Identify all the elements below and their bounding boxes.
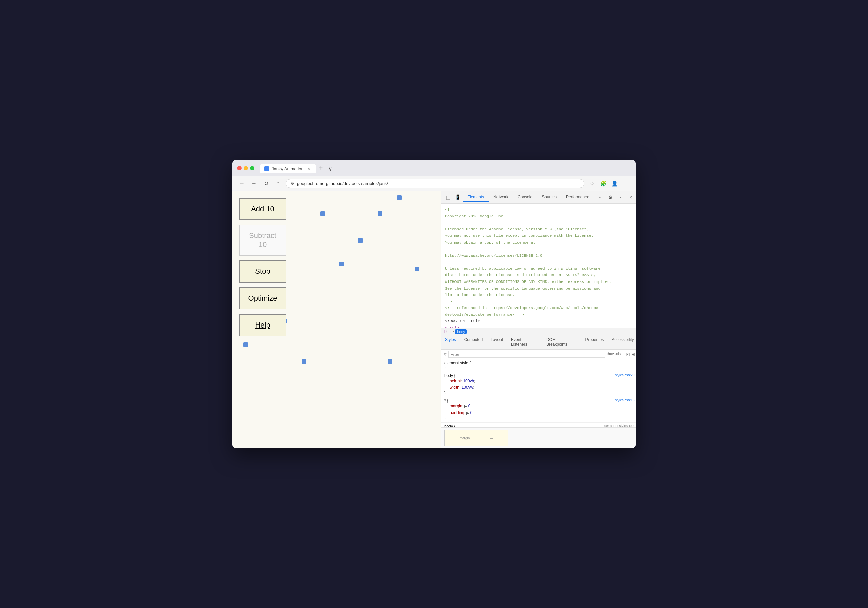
- forward-button[interactable]: →: [249, 179, 259, 188]
- html-open-tag[interactable]: <html>: [445, 324, 634, 328]
- html-ref-comment: <!-- referenced in: https://developers.g…: [445, 305, 634, 318]
- bookmark-button[interactable]: ☆: [587, 179, 597, 188]
- breadcrumb-html[interactable]: html: [445, 329, 451, 334]
- html-license6: WITHOUT WARRANTIES OR CONDITIONS OF ANY …: [445, 278, 634, 285]
- devtools-tab-elements[interactable]: Elements: [463, 192, 489, 202]
- html-license3: You may obtain a copy of the License at: [445, 239, 634, 246]
- devtools-close-button[interactable]: ×: [626, 193, 635, 202]
- optimize-button[interactable]: Optimize: [239, 287, 286, 309]
- html-source: <!-- Copyright 2016 Google Inc. Licensed…: [441, 203, 636, 328]
- html-comment-start: <!--: [445, 206, 634, 213]
- html-comment-end: -->: [445, 298, 634, 305]
- css-close-star: }: [445, 416, 634, 421]
- filter-icon: ▽: [444, 352, 446, 357]
- devtools-inspect-icon[interactable]: ⬚: [444, 193, 453, 202]
- blue-dot-3: [378, 211, 382, 216]
- css-rule-body-2: body { user agent stylesheet display: bl…: [441, 423, 636, 427]
- css-origin-star[interactable]: styles.css:15: [615, 399, 634, 402]
- css-prop-margin: margin: ▶ 0;: [445, 403, 634, 409]
- add-10-button[interactable]: Add 10: [239, 198, 286, 220]
- tab-title: Janky Animation: [272, 166, 304, 171]
- blue-dot-4: [358, 238, 363, 243]
- profile-button[interactable]: 👤: [610, 179, 619, 188]
- css-close-element-style: }: [445, 366, 634, 370]
- devtools-tabs: Elements Network Console Sources Perform…: [463, 192, 606, 202]
- blue-dot-6: [414, 267, 419, 271]
- filter-actions: :hov .cls + ⊡ ⊞: [607, 352, 635, 357]
- traffic-lights: [237, 166, 254, 170]
- browser-tab[interactable]: Janky Animation ×: [260, 164, 316, 173]
- breadcrumb-body[interactable]: body: [455, 329, 467, 334]
- devtools-tab-console[interactable]: Console: [513, 192, 537, 202]
- css-prop-height: height: 100vh;: [445, 378, 634, 384]
- devtools-options-button[interactable]: ⋮: [616, 193, 625, 202]
- extensions-button[interactable]: 🧩: [598, 179, 608, 188]
- styles-tab-properties[interactable]: Properties: [581, 335, 608, 349]
- maximize-traffic-light[interactable]: [250, 166, 254, 170]
- stop-button[interactable]: Stop: [239, 261, 286, 282]
- css-close-body-1: }: [445, 391, 634, 396]
- filter-cls[interactable]: .cls: [615, 352, 621, 357]
- title-bar: Janky Animation × + ∨: [232, 160, 636, 176]
- close-traffic-light[interactable]: [237, 166, 242, 170]
- styles-tab-computed[interactable]: Computed: [460, 335, 487, 349]
- devtools-tab-performance[interactable]: Performance: [561, 192, 594, 202]
- help-button[interactable]: Help: [239, 314, 286, 336]
- html-blank1: [445, 219, 634, 226]
- styles-tab-layout[interactable]: Layout: [487, 335, 507, 349]
- styles-tab-event-listeners[interactable]: Event Listeners: [507, 335, 542, 349]
- filter-add[interactable]: +: [622, 352, 624, 357]
- styles-panel: ▽ :hov .cls + ⊡ ⊞ element.style { }: [441, 350, 636, 427]
- styles-tab-styles[interactable]: Styles: [441, 335, 460, 349]
- address-text: googlechrome.github.io/devtools-samples/…: [297, 181, 580, 186]
- html-license5: distributed under the License is distrib…: [445, 272, 634, 278]
- page-buttons: Add 10 Subtract 10 Stop Optimize Help: [239, 198, 286, 336]
- devtools-tab-more[interactable]: »: [594, 192, 606, 202]
- styles-tab-accessibility[interactable]: Accessibility: [608, 335, 636, 349]
- browser-window: Janky Animation × + ∨ ← → ↻ ⌂ ⚙ googlech…: [232, 160, 636, 448]
- menu-button[interactable]: ⋮: [622, 179, 631, 188]
- html-blank2: [445, 245, 634, 252]
- html-license4: Unless required by applicable law or agr…: [445, 265, 634, 272]
- css-prop-width: width: 100vw;: [445, 384, 634, 391]
- address-bar[interactable]: ⚙ googlechrome.github.io/devtools-sample…: [285, 179, 584, 188]
- css-rule-star: * { styles.css:15 margin: ▶ 0; padding: …: [441, 397, 636, 422]
- devtools-breadcrumb: html › body: [441, 328, 636, 335]
- devtools-tab-sources[interactable]: Sources: [537, 192, 561, 202]
- filter-hov[interactable]: :hov: [607, 352, 614, 357]
- reload-button[interactable]: ↻: [261, 179, 271, 188]
- css-selector-body-1: body {: [445, 373, 456, 378]
- devtools-tab-network[interactable]: Network: [489, 192, 513, 202]
- filter-icon-2[interactable]: ⊞: [631, 352, 635, 357]
- devtools-settings-button[interactable]: ⚙: [606, 193, 615, 202]
- html-doctype: <!DOCTYPE html>: [445, 318, 634, 324]
- box-model-dash: —: [490, 436, 493, 440]
- html-license1: Licensed under the Apache License, Versi…: [445, 226, 634, 233]
- blue-dot-8: [243, 342, 248, 347]
- css-prop-padding: padding: ▶ 0;: [445, 410, 634, 416]
- blue-dot-9: [302, 359, 306, 364]
- filter-icon-1[interactable]: ⊡: [626, 352, 630, 357]
- subtract-10-button[interactable]: Subtract 10: [239, 225, 286, 256]
- css-rule-element-style: element.style { }: [441, 360, 636, 372]
- blue-dot-2: [321, 211, 325, 216]
- back-button[interactable]: ←: [237, 179, 246, 188]
- main-area: Add 10 Subtract 10 Stop Optimize Help: [232, 191, 636, 448]
- breadcrumb-separator-1: ›: [453, 329, 454, 334]
- filter-input[interactable]: [448, 351, 605, 358]
- css-selector-star: * {: [445, 399, 448, 403]
- home-button[interactable]: ⌂: [273, 179, 283, 188]
- css-rule-body-1: body { styles.css:20 height: 100vh; widt…: [441, 372, 636, 397]
- new-tab-button[interactable]: +: [316, 163, 326, 173]
- tab-close-button[interactable]: ×: [306, 166, 312, 171]
- css-selector-body-2: body {: [445, 424, 456, 427]
- styles-tab-dom-breakpoints[interactable]: DOM Breakpoints: [542, 335, 581, 349]
- minimize-traffic-light[interactable]: [243, 166, 248, 170]
- css-origin-body-1[interactable]: styles.css:20: [615, 373, 634, 377]
- tab-favicon: [264, 166, 269, 171]
- box-model-bar: margin —: [441, 427, 636, 448]
- devtools-device-icon[interactable]: 📱: [453, 193, 462, 202]
- blue-dot-1: [397, 195, 402, 200]
- window-controls-button[interactable]: ∨: [326, 164, 335, 173]
- css-origin-body-2: user agent stylesheet: [602, 424, 634, 427]
